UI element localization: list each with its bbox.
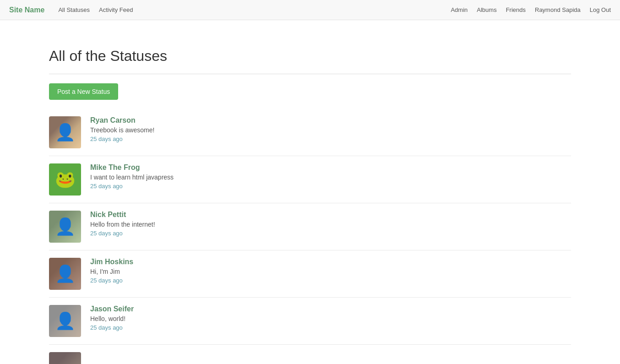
main-content: All of the Statuses Post a New Status Ry… bbox=[40, 20, 580, 364]
status-content: Mike The Frog I want to learn html javap… bbox=[90, 163, 571, 190]
status-text: Hello from the internet! bbox=[90, 221, 571, 228]
status-item: Mike The Frog I want to learn html javap… bbox=[49, 156, 571, 203]
site-brand[interactable]: Site Name bbox=[9, 6, 44, 14]
nav-activity-feed[interactable]: Activity Feed bbox=[99, 6, 133, 13]
status-time: 25 days ago bbox=[90, 277, 571, 284]
status-item-partial bbox=[49, 345, 571, 364]
status-time: 25 days ago bbox=[90, 230, 571, 237]
status-text: Treebook is awesome! bbox=[90, 126, 571, 134]
nav-profile[interactable]: Raymond Sapida bbox=[535, 6, 581, 13]
navbar: Site Name All Statuses Activity Feed Adm… bbox=[0, 0, 620, 20]
status-username[interactable]: Jason Seifer bbox=[90, 305, 571, 313]
status-content: Jim Hoskins Hi, I'm Jim 25 days ago bbox=[90, 258, 571, 284]
page-title: All of the Statuses bbox=[49, 48, 571, 65]
post-new-status-button[interactable]: Post a New Status bbox=[49, 83, 118, 100]
nav-left-links: All Statuses Activity Feed bbox=[58, 6, 451, 13]
status-text: Hello, world! bbox=[90, 315, 571, 322]
status-username[interactable]: Ryan Carson bbox=[90, 116, 571, 125]
nav-right-links: Admin Albums Friends Raymond Sapida Log … bbox=[451, 6, 611, 13]
status-item: Jim Hoskins Hi, I'm Jim 25 days ago bbox=[49, 250, 571, 298]
avatar bbox=[49, 163, 81, 196]
status-username[interactable]: Nick Pettit bbox=[90, 211, 571, 219]
nav-admin[interactable]: Admin bbox=[451, 6, 468, 13]
status-text: I want to learn html javapress bbox=[90, 174, 571, 181]
status-content: Jason Seifer Hello, world! 25 days ago bbox=[90, 305, 571, 331]
status-time: 25 days ago bbox=[90, 324, 571, 331]
status-text: Hi, I'm Jim bbox=[90, 268, 571, 275]
avatar bbox=[49, 352, 81, 364]
status-item: Jason Seifer Hello, world! 25 days ago bbox=[49, 298, 571, 345]
avatar bbox=[49, 258, 81, 290]
nav-albums[interactable]: Albums bbox=[477, 6, 496, 13]
status-time: 25 days ago bbox=[90, 136, 571, 142]
status-item: Nick Pettit Hello from the internet! 25 … bbox=[49, 203, 571, 250]
nav-logout[interactable]: Log Out bbox=[590, 6, 611, 13]
status-content: Ryan Carson Treebook is awesome! 25 days… bbox=[90, 116, 571, 142]
nav-friends[interactable]: Friends bbox=[506, 6, 526, 13]
avatar bbox=[49, 211, 81, 243]
nav-all-statuses[interactable]: All Statuses bbox=[58, 6, 90, 13]
status-username[interactable]: Jim Hoskins bbox=[90, 258, 571, 266]
status-time: 25 days ago bbox=[90, 183, 571, 190]
avatar bbox=[49, 116, 81, 148]
avatar bbox=[49, 305, 81, 337]
title-divider bbox=[49, 74, 571, 74]
status-content: Nick Pettit Hello from the internet! 25 … bbox=[90, 211, 571, 237]
status-item: Ryan Carson Treebook is awesome! 25 days… bbox=[49, 109, 571, 156]
status-username[interactable]: Mike The Frog bbox=[90, 163, 571, 172]
status-list: Ryan Carson Treebook is awesome! 25 days… bbox=[49, 109, 571, 364]
